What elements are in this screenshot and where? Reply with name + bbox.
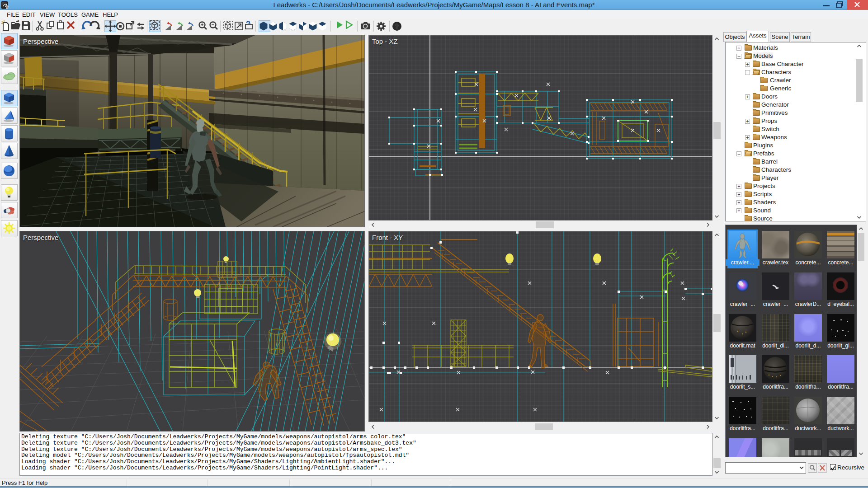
svg-text:?: ? xyxy=(395,23,399,30)
